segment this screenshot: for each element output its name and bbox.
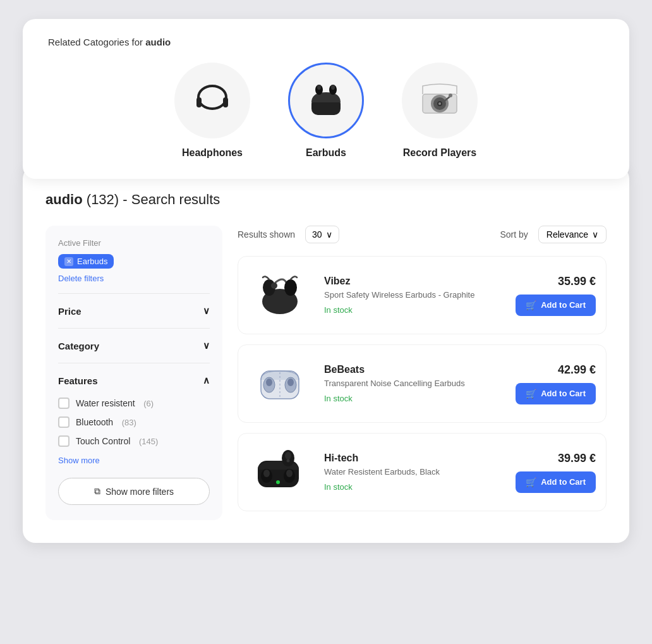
svg-point-5 (317, 85, 321, 90)
feature-label-touch-control: Touch Control (76, 436, 130, 446)
category-filter-label: Category (58, 341, 99, 351)
filter-divider-1 (58, 293, 210, 294)
cart-icon-bebeats: 🛒 (526, 389, 536, 399)
product-price-bebeats: 42.99 € (558, 363, 596, 377)
search-count: 132 (91, 191, 114, 207)
feature-checkbox-bluetooth[interactable] (58, 416, 69, 428)
feature-item-water-resistent[interactable]: Water resistent (6) (58, 398, 210, 409)
delete-filters-link[interactable]: Delete filters (58, 274, 210, 283)
show-more-filters-label: Show more filters (106, 487, 174, 497)
sort-value: Relevance (546, 229, 588, 240)
active-filter-tag-text: Earbuds (77, 257, 107, 266)
product-image-hitech (248, 444, 311, 501)
sort-select[interactable]: Relevance ∨ (538, 226, 607, 243)
product-desc-hitech: Water Resistent Earbuds, Black (324, 466, 503, 478)
product-desc-bebeats: Transparent Noise Cancelling Earbuds (324, 378, 503, 389)
category-label-earbuds: Earbuds (306, 147, 346, 159)
feature-checkbox-touch-control[interactable] (58, 435, 69, 447)
category-filter-header[interactable]: Category ∨ (58, 337, 210, 354)
category-item-record-players[interactable]: Record Players (402, 63, 478, 159)
svg-point-22 (266, 379, 272, 386)
feature-item-touch-control[interactable]: Touch Control (145) (58, 435, 210, 447)
product-actions-hitech: 39.99 € 🛒 Add to Cart (516, 452, 596, 493)
product-actions-vibez: 35.99 € 🛒 Add to Cart (516, 275, 596, 316)
svg-point-18 (271, 283, 277, 289)
show-more-features-link[interactable]: Show more (58, 456, 210, 465)
sort-chevron-icon: ∨ (592, 229, 598, 240)
product-card-bebeats: BeBeats Transparent Noise Cancelling Ear… (238, 344, 607, 423)
category-circle-headphones (174, 63, 250, 138)
price-chevron-icon: ∨ (203, 305, 210, 317)
funnel-icon: ⧉ (94, 486, 100, 497)
add-to-cart-bebeats[interactable]: 🛒 Add to Cart (516, 383, 596, 404)
product-name-bebeats: BeBeats (324, 364, 503, 375)
product-name-vibez: Vibez (324, 276, 503, 287)
search-title: audio (132) - Search results (45, 191, 607, 208)
features-filter-header[interactable]: Features ∧ (58, 372, 210, 389)
record-player-icon (418, 78, 462, 123)
results-shown-label: Results shown (238, 229, 295, 240)
headphones-icon (190, 78, 234, 123)
feature-count-water-resistent: (6) (142, 399, 154, 408)
product-image-bebeats (248, 355, 311, 412)
category-chevron-icon: ∨ (203, 340, 210, 351)
active-filter-label: Active Filter (58, 238, 210, 248)
product-stock-hitech: In stock (324, 482, 503, 492)
add-to-cart-hitech[interactable]: 🛒 Add to Cart (516, 471, 596, 493)
price-filter-label: Price (58, 306, 82, 317)
vibez-product-image (251, 270, 308, 320)
svg-point-12 (438, 102, 441, 105)
price-filter-header[interactable]: Price ∨ (58, 303, 210, 319)
add-to-cart-label-hitech: Add to Cart (541, 477, 586, 487)
filter-divider-2 (58, 328, 210, 329)
svg-point-0 (198, 86, 226, 109)
hitech-product-image (251, 447, 308, 497)
results-count-chevron-icon: ∨ (326, 229, 332, 240)
active-filter-tag[interactable]: ✕ Earbuds (58, 254, 114, 269)
product-info-vibez: Vibez Sport Safety Wireless Earbuds - Gr… (324, 276, 503, 314)
feature-item-bluetooth[interactable]: Bluetooth (83) (58, 416, 210, 428)
sidebar: Active Filter ✕ Earbuds Delete filters P… (45, 226, 222, 520)
show-more-filters-button[interactable]: ⧉ Show more filters (58, 478, 210, 505)
product-desc-vibez: Sport Safety Wireless Earbuds - Graphite (324, 289, 503, 301)
search-query-text: audio (45, 191, 83, 207)
svg-point-7 (331, 85, 335, 90)
remove-filter-icon[interactable]: ✕ (64, 257, 73, 266)
feature-count-touch-control: (145) (136, 437, 158, 446)
cart-icon-vibez: 🛒 (526, 300, 536, 310)
filter-divider-3 (58, 363, 210, 363)
svg-point-29 (263, 470, 270, 477)
feature-count-bluetooth: (83) (119, 418, 136, 427)
search-results-label: Search results (131, 191, 220, 207)
product-info-hitech: Hi-tech Water Resistent Earbuds, Black I… (324, 453, 503, 491)
svg-point-27 (276, 480, 280, 484)
related-title: Related Catogories for audio (48, 37, 604, 47)
svg-point-19 (284, 279, 297, 296)
results-count-select[interactable]: 30 ∨ (305, 226, 339, 243)
product-card-hitech: Hi-tech Water Resistent Earbuds, Black I… (238, 433, 607, 511)
sort-label: Sort by (500, 229, 528, 240)
svg-point-34 (287, 459, 290, 463)
results-area: Results shown 30 ∨ Sort by Relevance ∨ (238, 226, 607, 520)
page-wrapper: Related Catogories for audio Headphones (23, 19, 629, 543)
filter-panel: Active Filter ✕ Earbuds Delete filters P… (45, 226, 222, 520)
feature-checkbox-water-resistent[interactable] (58, 398, 69, 409)
product-card-vibez: Vibez Sport Safety Wireless Earbuds - Gr… (238, 256, 607, 334)
features-chevron-icon: ∧ (203, 375, 210, 386)
category-label-headphones: Headphones (182, 147, 243, 159)
svg-point-14 (449, 94, 452, 97)
category-item-headphones[interactable]: Headphones (174, 63, 250, 159)
add-to-cart-label-vibez: Add to Cart (541, 300, 586, 310)
product-name-hitech: Hi-tech (324, 453, 503, 464)
category-circle-earbuds (288, 63, 364, 138)
add-to-cart-vibez[interactable]: 🛒 Add to Cart (516, 295, 596, 316)
results-toolbar: Results shown 30 ∨ Sort by Relevance ∨ (238, 226, 607, 243)
bebeats-product-image (251, 358, 308, 409)
add-to-cart-label-bebeats: Add to Cart (541, 389, 586, 398)
svg-rect-16 (264, 294, 296, 312)
svg-rect-1 (196, 97, 202, 107)
main-search-card: audio (132) - Search results Active Filt… (23, 166, 629, 543)
svg-rect-2 (223, 97, 228, 107)
category-item-earbuds[interactable]: Earbuds (288, 63, 364, 159)
cart-icon-hitech: 🛒 (526, 477, 536, 487)
